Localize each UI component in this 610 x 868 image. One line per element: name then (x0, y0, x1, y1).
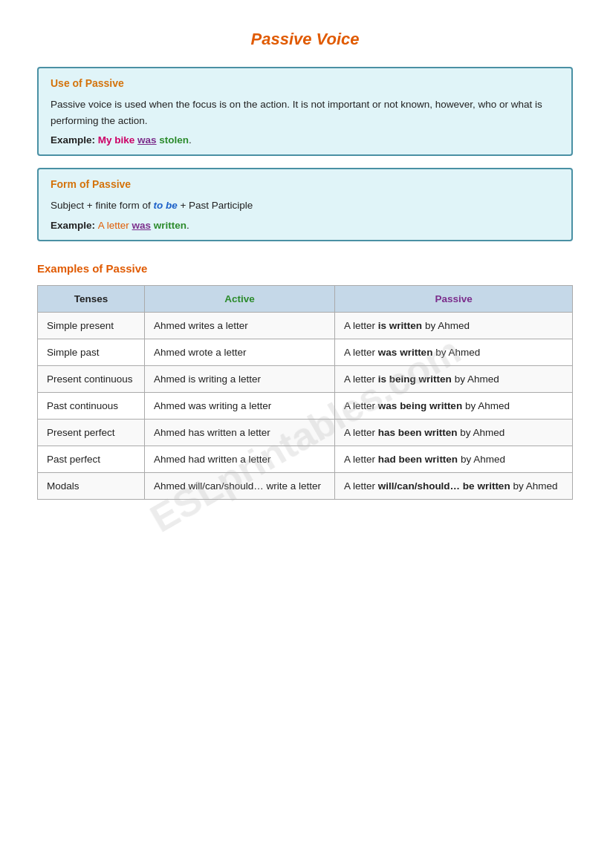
example-was: was (137, 134, 157, 146)
passive-before: A letter (344, 454, 378, 465)
table-row: Simple presentAhmed writes a letterA let… (38, 312, 573, 339)
table-row: Present perfectAhmed has written a lette… (38, 419, 573, 446)
passive-verb: was being written (378, 400, 462, 411)
example-period: . (189, 134, 192, 146)
passive-verb: is being written (378, 373, 452, 385)
passive-before: A letter (344, 320, 378, 331)
example-bike: My bike (98, 134, 137, 146)
cell-passive: A letter is written by Ahmed (335, 312, 573, 339)
passive-before: A letter (344, 427, 378, 438)
cell-tense: Past continuous (38, 392, 145, 419)
form-of-passive-example: Example: A letter was written. (51, 220, 559, 231)
passive-verb: will/can/should… be written (378, 480, 510, 492)
passive-after: by Ahmed (458, 454, 505, 465)
cell-active: Ahmed had written a letter (144, 446, 334, 472)
form-of-passive-formula: Subject + finite form of to be + Past Pa… (51, 198, 559, 214)
examples-section-title: Examples of Passive (37, 262, 573, 275)
cell-tense: Simple present (38, 312, 145, 339)
example-a-letter: A letter (98, 220, 132, 231)
use-of-passive-box: Use of Passive Passive voice is used whe… (37, 67, 573, 156)
cell-passive: A letter had been written by Ahmed (335, 446, 573, 472)
passive-before: A letter (344, 480, 378, 492)
cell-passive: A letter was written by Ahmed (335, 339, 573, 365)
table-header-row: Tenses Active Passive (38, 285, 573, 312)
cell-tense: Modals (38, 472, 145, 499)
cell-passive: A letter will/can/should… be written by … (335, 472, 573, 499)
cell-active: Ahmed wrote a letter (144, 339, 334, 365)
passive-before: A letter (344, 400, 378, 411)
cell-passive: A letter was being written by Ahmed (335, 392, 573, 419)
cell-passive: A letter is being written by Ahmed (335, 365, 573, 392)
example-written: written (151, 220, 186, 231)
passive-after: by Ahmed (462, 400, 510, 411)
passive-after: by Ahmed (422, 320, 470, 331)
passive-verb: had been written (378, 454, 458, 465)
passive-verb: has been written (378, 427, 458, 438)
col-header-active: Active (144, 285, 334, 312)
cell-active: Ahmed has written a letter (144, 419, 334, 446)
cell-tense: Past perfect (38, 446, 145, 472)
cell-active: Ahmed writes a letter (144, 312, 334, 339)
passive-verb: is written (378, 320, 422, 331)
passive-after: by Ahmed (452, 373, 499, 385)
cell-tense: Present perfect (38, 419, 145, 446)
table-row: Present continuousAhmed is writing a let… (38, 365, 573, 392)
table-row: Simple pastAhmed wrote a letterA letter … (38, 339, 573, 365)
cell-active: Ahmed was writing a letter (144, 392, 334, 419)
example-stolen: stolen (157, 134, 189, 146)
passive-before: A letter (344, 373, 378, 385)
example-label-1: Example: (51, 134, 98, 146)
form-of-passive-title: Form of Passive (51, 178, 559, 190)
passive-after: by Ahmed (510, 480, 558, 492)
passive-voice-table: Tenses Active Passive Simple presentAhme… (37, 285, 573, 500)
cell-tense: Simple past (38, 339, 145, 365)
cell-active: Ahmed is writing a letter (144, 365, 334, 392)
cell-passive: A letter has been written by Ahmed (335, 419, 573, 446)
example-period-2: . (186, 220, 189, 231)
use-of-passive-title: Use of Passive (51, 77, 559, 89)
passive-after: by Ahmed (457, 427, 504, 438)
use-of-passive-example: Example: My bike was stolen. (51, 134, 559, 146)
table-row: Past continuousAhmed was writing a lette… (38, 392, 573, 419)
passive-before: A letter (344, 347, 378, 358)
passive-verb: was written (378, 347, 433, 358)
col-header-tenses: Tenses (38, 285, 145, 312)
passive-after: by Ahmed (432, 347, 480, 358)
cell-active: Ahmed will/can/should… write a letter (144, 472, 334, 499)
col-header-passive: Passive (335, 285, 573, 312)
form-of-passive-box: Form of Passive Subject + finite form of… (37, 168, 573, 241)
example-was-2: was (132, 220, 152, 231)
table-row: ModalsAhmed will/can/should… write a let… (38, 472, 573, 499)
table-row: Past perfectAhmed had written a letterA … (38, 446, 573, 472)
cell-tense: Present continuous (38, 365, 145, 392)
use-of-passive-body: Passive voice is used when the focus is … (51, 97, 559, 128)
example-label-2: Example: (51, 220, 98, 231)
page-title: Passive Voice (37, 30, 573, 49)
